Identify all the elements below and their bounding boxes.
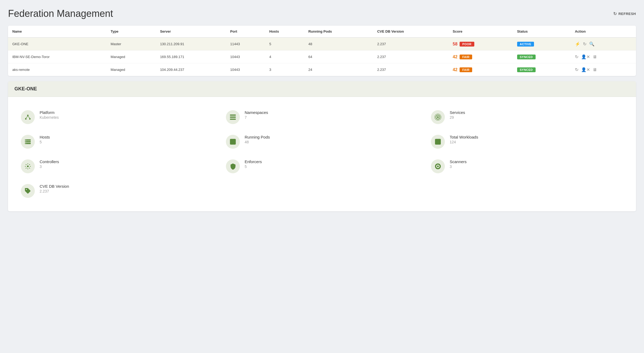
cell-status: ACTIVE (513, 37, 571, 51)
metric-icon-wrap (431, 110, 445, 124)
table-header-row: Name Type Server Port Hosts Running Pods… (8, 26, 636, 37)
cell-type: Managed (106, 51, 156, 63)
col-cve-db-version: CVE DB Version (373, 26, 448, 37)
status-badge: SYNCED (517, 55, 536, 59)
cell-action: ⚡ ↻ 🔍 (571, 37, 636, 51)
col-type: Type (106, 26, 156, 37)
cell-port: 11443 (226, 37, 265, 51)
metric-icon-wrap (226, 110, 240, 124)
metric-icon-wrap (21, 159, 35, 173)
metric-value: 5 (245, 164, 262, 169)
metric-icon-wrap (431, 135, 445, 149)
metric-item: Total Workloads 124 (425, 129, 630, 154)
cell-cve-db-version: 2.237 (373, 63, 448, 76)
metric-label: Namespaces (245, 110, 268, 115)
svg-line-3 (26, 116, 28, 118)
svg-point-19 (27, 166, 29, 167)
metric-icon-wrap (226, 135, 240, 149)
svg-rect-5 (230, 114, 236, 116)
cell-server: 104.209.44.237 (156, 63, 226, 76)
col-port: Port (226, 26, 265, 37)
score-number: 58 (453, 42, 457, 47)
metric-text: Services 29 (450, 110, 465, 120)
metric-label: Total Workloads (450, 135, 478, 139)
refresh-button[interactable]: ↻ REFRESH (613, 11, 636, 16)
metric-text: Running Pods 48 (245, 135, 270, 144)
svg-line-4 (28, 116, 30, 118)
action-icons-group: ↻ 👤✕ 🖥 (575, 67, 632, 72)
cell-score: 42 FAIR (448, 51, 513, 63)
metric-text: Hosts 5 (40, 135, 50, 144)
metric-label: Controllers (40, 159, 59, 164)
remove-user-icon[interactable]: 👤✕ (581, 54, 590, 59)
metric-value: 3 (450, 164, 467, 169)
action-icons-group: ⚡ ↻ 🔍 (575, 41, 632, 47)
metric-label: Scanners (450, 159, 467, 164)
metric-item: Hosts 5 (14, 129, 219, 154)
refresh-icon: ↻ (613, 11, 617, 16)
cell-hosts: 5 (265, 37, 304, 51)
remove-user-icon[interactable]: 👤✕ (581, 67, 590, 72)
svg-point-20 (26, 189, 27, 190)
svg-point-2 (29, 118, 31, 120)
metric-label: CVE DB Version (40, 184, 69, 189)
score-number: 42 (453, 55, 457, 59)
metric-icon-wrap (431, 159, 445, 173)
col-hosts: Hosts (265, 26, 304, 37)
metric-item: Enforcers 5 (219, 154, 425, 179)
cell-cve-db-version: 2.237 (373, 37, 448, 51)
metric-text: CVE DB Version 2.237 (40, 184, 69, 193)
svg-point-8 (437, 116, 439, 118)
svg-point-0 (27, 115, 28, 116)
metric-value: 124 (450, 140, 478, 144)
cell-running-pods: 48 (304, 37, 373, 51)
terminal-icon[interactable]: 🖥 (593, 55, 597, 59)
metric-label: Hosts (40, 135, 50, 139)
svg-rect-17 (230, 139, 236, 144)
cell-port: 10443 (226, 63, 265, 76)
search-icon[interactable]: 🔍 (589, 41, 594, 47)
col-running-pods: Running Pods (304, 26, 373, 37)
gke-section: GKE-ONE Platform Kubernetes Namespaces 7… (8, 81, 636, 211)
metric-item: Namespaces 7 (219, 105, 425, 129)
page-title: Federation Management (8, 8, 113, 19)
cell-status: SYNCED (513, 51, 571, 63)
svg-point-14 (25, 140, 26, 140)
cell-port: 10443 (226, 51, 265, 63)
table-body: GKE-ONE Master 130.211.209.91 11443 5 48… (8, 37, 636, 76)
svg-rect-6 (230, 117, 236, 118)
col-status: Status (513, 26, 571, 37)
svg-point-15 (25, 141, 26, 142)
cell-server: 169.55.189.171 (156, 51, 226, 63)
metric-item: CVE DB Version 2.237 (14, 179, 219, 203)
cell-action: ↻ 👤✕ 🖥 (571, 51, 636, 63)
cell-action: ↻ 👤✕ 🖥 (571, 63, 636, 76)
sync-icon[interactable]: ↻ (575, 54, 578, 59)
cell-name: IBM-NV-SE-Demo-Toror (8, 51, 106, 63)
metric-icon-wrap (21, 135, 35, 149)
federation-table: Name Type Server Port Hosts Running Pods… (8, 26, 636, 76)
cell-name: GKE-ONE (8, 37, 106, 51)
metric-label: Platform (40, 110, 59, 115)
status-badge: ACTIVE (517, 42, 534, 47)
metric-label: Running Pods (245, 135, 270, 139)
refresh-label: REFRESH (618, 12, 636, 16)
cell-status: SYNCED (513, 63, 571, 76)
metric-label: Services (450, 110, 465, 115)
cell-cve-db-version: 2.237 (373, 51, 448, 63)
score-badge: POOR (460, 42, 474, 47)
terminal-icon[interactable]: 🖥 (593, 67, 597, 72)
promote-icon[interactable]: ⚡ (575, 41, 580, 47)
svg-rect-7 (230, 118, 236, 120)
sync-icon[interactable]: ↻ (583, 41, 586, 47)
gke-section-header: GKE-ONE (8, 81, 636, 97)
svg-point-1 (25, 118, 26, 120)
metric-icon-wrap (226, 159, 240, 173)
federation-table-card: Name Type Server Port Hosts Running Pods… (8, 26, 636, 76)
cell-type: Master (106, 37, 156, 51)
cell-name: aks-remote (8, 63, 106, 76)
col-score: Score (448, 26, 513, 37)
metric-label: Enforcers (245, 159, 262, 164)
sync-icon[interactable]: ↻ (575, 67, 578, 72)
table-row: GKE-ONE Master 130.211.209.91 11443 5 48… (8, 37, 636, 51)
